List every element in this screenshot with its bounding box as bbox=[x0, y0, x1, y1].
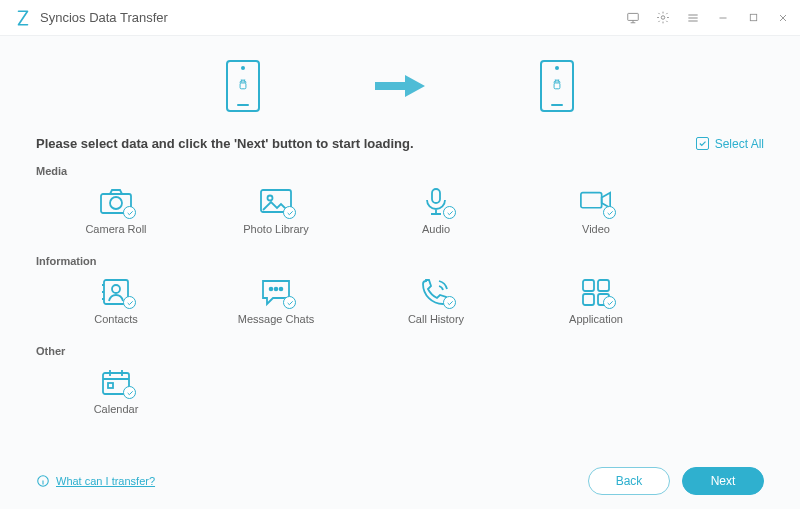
svg-point-18 bbox=[275, 288, 278, 291]
next-button[interactable]: Next bbox=[682, 467, 764, 495]
section-label-other: Other bbox=[36, 345, 764, 357]
item-label: Camera Roll bbox=[85, 223, 146, 235]
phone-icon bbox=[419, 277, 453, 307]
calendar-icon bbox=[99, 367, 133, 397]
svg-point-16 bbox=[112, 285, 120, 293]
svg-point-7 bbox=[555, 81, 556, 82]
item-label: Video bbox=[582, 223, 610, 235]
select-all-label: Select All bbox=[715, 137, 764, 151]
svg-point-19 bbox=[280, 288, 283, 291]
item-video[interactable]: Video bbox=[516, 183, 676, 241]
menu-icon[interactable] bbox=[686, 11, 700, 25]
item-call-history[interactable]: Call History bbox=[356, 273, 516, 331]
svg-rect-21 bbox=[598, 280, 609, 291]
svg-rect-14 bbox=[581, 193, 602, 208]
maximize-icon[interactable] bbox=[746, 11, 760, 25]
item-label: Contacts bbox=[94, 313, 137, 325]
svg-point-12 bbox=[268, 196, 273, 201]
footer: What can I transfer? Back Next bbox=[0, 453, 800, 509]
arrow-right-icon bbox=[370, 72, 430, 100]
close-icon[interactable] bbox=[776, 11, 790, 25]
settings-icon[interactable] bbox=[656, 11, 670, 25]
camera-icon bbox=[99, 187, 133, 217]
contact-icon bbox=[99, 277, 133, 307]
item-label: Application bbox=[569, 313, 623, 325]
svg-rect-2 bbox=[750, 14, 756, 20]
item-message-chats[interactable]: Message Chats bbox=[196, 273, 356, 331]
item-photo-library[interactable]: Photo Library bbox=[196, 183, 356, 241]
other-items: Calendar bbox=[36, 363, 764, 421]
app-logo-icon bbox=[14, 9, 32, 27]
help-link[interactable]: What can I transfer? bbox=[36, 474, 155, 488]
video-icon bbox=[579, 187, 613, 217]
svg-rect-0 bbox=[628, 13, 639, 20]
svg-rect-3 bbox=[240, 83, 246, 89]
item-label: Message Chats bbox=[238, 313, 314, 325]
item-label: Call History bbox=[408, 313, 464, 325]
chat-icon bbox=[259, 277, 293, 307]
apps-icon bbox=[579, 277, 613, 307]
svg-point-17 bbox=[270, 288, 273, 291]
svg-rect-20 bbox=[583, 280, 594, 291]
svg-rect-13 bbox=[432, 189, 440, 203]
mic-icon bbox=[419, 187, 453, 217]
svg-rect-25 bbox=[108, 383, 113, 388]
photo-icon bbox=[259, 187, 293, 217]
app-title: Syncios Data Transfer bbox=[40, 10, 168, 25]
source-device-icon bbox=[226, 60, 260, 112]
device-transfer-graphic bbox=[36, 36, 764, 130]
section-label-media: Media bbox=[36, 165, 764, 177]
svg-point-1 bbox=[661, 16, 665, 20]
device-status-icon[interactable] bbox=[626, 11, 640, 25]
target-device-icon bbox=[540, 60, 574, 112]
item-application[interactable]: Application bbox=[516, 273, 676, 331]
item-label: Calendar bbox=[94, 403, 139, 415]
item-contacts[interactable]: Contacts bbox=[36, 273, 196, 331]
instruction-text: Please select data and click the 'Next' … bbox=[36, 136, 414, 151]
help-link-label: What can I transfer? bbox=[56, 475, 155, 487]
svg-rect-6 bbox=[554, 83, 560, 89]
svg-rect-22 bbox=[583, 294, 594, 305]
svg-point-5 bbox=[244, 81, 245, 82]
item-calendar[interactable]: Calendar bbox=[36, 363, 196, 421]
select-all-checkbox[interactable]: Select All bbox=[696, 137, 764, 151]
back-button[interactable]: Back bbox=[588, 467, 670, 495]
section-label-information: Information bbox=[36, 255, 764, 267]
item-label: Audio bbox=[422, 223, 450, 235]
media-items: Camera Roll Photo Library Audio Video bbox=[36, 183, 764, 241]
titlebar: Syncios Data Transfer bbox=[0, 0, 800, 36]
svg-point-8 bbox=[558, 81, 559, 82]
svg-point-10 bbox=[110, 197, 122, 209]
checkbox-icon bbox=[696, 137, 709, 150]
item-camera-roll[interactable]: Camera Roll bbox=[36, 183, 196, 241]
item-audio[interactable]: Audio bbox=[356, 183, 516, 241]
svg-point-4 bbox=[241, 81, 242, 82]
item-label: Photo Library bbox=[243, 223, 308, 235]
information-items: Contacts Message Chats Call History Appl… bbox=[36, 273, 764, 331]
minimize-icon[interactable] bbox=[716, 11, 730, 25]
info-icon bbox=[36, 474, 50, 488]
